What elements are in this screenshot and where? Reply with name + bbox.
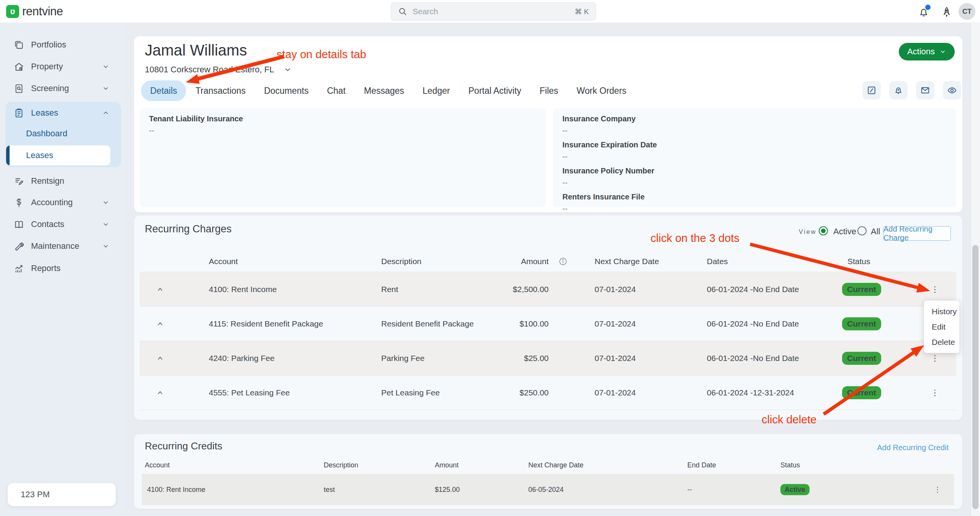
tab-work-orders[interactable]: Work Orders: [567, 80, 636, 101]
whats-new-button[interactable]: [941, 6, 952, 18]
chevron-up-icon: [102, 109, 110, 117]
clock-time: 123 PM: [21, 490, 50, 500]
field-value: --: [562, 204, 947, 213]
cell-dates: 06-01-2024 -12-31-2024: [707, 388, 794, 397]
email-button[interactable]: [916, 81, 934, 100]
recurring-charges-card: Recurring Charges View Active All Add Re…: [134, 216, 962, 420]
scrollbar-thumb[interactable]: [972, 245, 978, 509]
cell-description: Pet Leasing Fee: [381, 388, 440, 397]
radio-active-label[interactable]: Active: [833, 227, 856, 237]
sidebar-item-screening[interactable]: Screening: [6, 78, 120, 98]
reports-icon: [14, 263, 24, 274]
field-value: --: [149, 126, 536, 135]
status-badge: Active: [780, 484, 810, 495]
user-avatar[interactable]: CT: [959, 3, 975, 20]
preview-button[interactable]: [943, 81, 961, 100]
column-header-description: Description: [381, 257, 421, 266]
maintenance-icon: [14, 241, 24, 251]
cell-next-charge-date: 06-05-2024: [528, 486, 564, 494]
table-bottom-divider: [139, 410, 956, 410]
tab-transactions[interactable]: Transactions: [186, 80, 255, 101]
info-icon[interactable]: [559, 257, 567, 266]
status-badge: Current: [842, 386, 881, 399]
menu-item-edit[interactable]: Edit: [924, 319, 959, 335]
radio-active[interactable]: [819, 226, 828, 235]
sidebar-item-label: Leases: [31, 108, 58, 118]
cell-amount-link[interactable]: $250.00: [453, 388, 549, 397]
sidebar-item-contacts[interactable]: Contacts: [6, 214, 120, 234]
cell-amount-link[interactable]: $100.00: [453, 319, 549, 328]
sidebar-item-leases[interactable]: Leases: [6, 103, 120, 123]
add-recurring-charge-button[interactable]: Add Recurring Charge: [883, 226, 951, 241]
collapse-caret-icon[interactable]: [156, 354, 164, 362]
cell-dates: 06-01-2024 -No End Date: [707, 354, 799, 363]
lease-tabs: Details Transactions Documents Chat Mess…: [141, 80, 636, 101]
search-icon: [398, 7, 407, 16]
menu-item-history[interactable]: History: [924, 304, 959, 319]
annotation-click-delete: click delete: [762, 413, 816, 426]
sidebar-item-label: Accounting: [31, 198, 73, 207]
sidebar-item-property[interactable]: Property: [6, 57, 120, 77]
cell-description: test: [324, 486, 335, 494]
sidebar-item-portfolios[interactable]: Portfolios: [6, 35, 120, 55]
menu-item-delete[interactable]: Delete: [924, 335, 959, 350]
sidebar-item-rentsign[interactable]: Rentsign: [6, 171, 120, 191]
clock-widget: 123 PM: [8, 483, 116, 506]
sidebar-item-label: Property: [31, 62, 63, 72]
global-search[interactable]: ⌘ K: [391, 2, 596, 21]
tab-portal-activity[interactable]: Portal Activity: [459, 80, 531, 101]
column-header-amount: Amount: [453, 257, 549, 266]
row-menu-button[interactable]: ⋮: [931, 286, 939, 293]
notification-add-button[interactable]: [889, 81, 908, 100]
chevron-down-icon: [102, 85, 110, 92]
sidebar-item-leases-sub[interactable]: Leases: [6, 145, 110, 165]
radio-all-label[interactable]: All: [871, 227, 880, 237]
sidebar-item-accounting[interactable]: Accounting: [6, 193, 120, 212]
row-menu-button[interactable]: ⋮: [931, 389, 939, 397]
rocket-icon: [941, 6, 952, 18]
notification-badge: [925, 5, 931, 10]
cell-amount-link[interactable]: $25.00: [453, 354, 549, 363]
cell-end-date: --: [687, 486, 692, 494]
tab-details[interactable]: Details: [141, 80, 186, 101]
row-menu-button[interactable]: ⋮: [931, 354, 939, 362]
vertical-scrollbar: [971, 23, 980, 516]
tab-files[interactable]: Files: [531, 80, 568, 101]
collapse-caret-icon[interactable]: [156, 286, 164, 293]
radio-all[interactable]: [857, 226, 867, 235]
accounting-icon: [14, 198, 24, 208]
cell-account: 4100: Rent Income: [209, 285, 277, 294]
row-menu-button[interactable]: ⋮: [934, 486, 941, 493]
chevron-down-icon: [939, 48, 946, 55]
sidebar-item-reports[interactable]: Reports: [6, 258, 120, 278]
annotation-stay-on-details: stay on details tab: [277, 48, 366, 61]
notifications-button[interactable]: [918, 6, 929, 18]
credits-table-header: Account Description Amount Next Charge D…: [142, 459, 954, 472]
search-input[interactable]: [413, 7, 569, 16]
add-recurring-credit-link[interactable]: Add Recurring Credit: [877, 443, 949, 452]
column-header-dates: Dates: [707, 257, 728, 266]
address-selector[interactable]: 10801 Corkscrew Road Estero, FL: [145, 65, 292, 75]
brand-name: rentvine: [22, 5, 63, 18]
sidebar-item-dashboard[interactable]: Dashboard: [6, 124, 120, 144]
table-row: 4555: Pet Leasing Fee Pet Leasing Fee $2…: [139, 375, 956, 410]
actions-button[interactable]: Actions: [899, 43, 955, 60]
cell-next-charge-date: 07-01-2024: [595, 354, 636, 363]
envelope-icon: [920, 85, 930, 95]
field-value: --: [562, 126, 947, 135]
collapse-caret-icon[interactable]: [156, 320, 164, 328]
tab-chat[interactable]: Chat: [318, 80, 355, 101]
brand-logo[interactable]: ʋ rentvine: [6, 5, 63, 18]
page-title: Jamal Williams: [145, 42, 247, 59]
note-button[interactable]: [862, 81, 881, 100]
top-bar: ʋ rentvine ⌘ K CT: [0, 0, 980, 23]
tab-ledger[interactable]: Ledger: [413, 80, 459, 101]
cell-next-charge-date: 07-01-2024: [595, 319, 636, 328]
sidebar-item-label: Screening: [31, 83, 69, 93]
tab-messages[interactable]: Messages: [355, 80, 413, 101]
collapse-caret-icon[interactable]: [156, 389, 164, 397]
sidebar-item-maintenance[interactable]: Maintenance: [6, 236, 120, 256]
tab-documents[interactable]: Documents: [255, 80, 318, 101]
property-icon: [14, 62, 24, 72]
cell-amount-link[interactable]: $2,500.00: [453, 285, 549, 294]
